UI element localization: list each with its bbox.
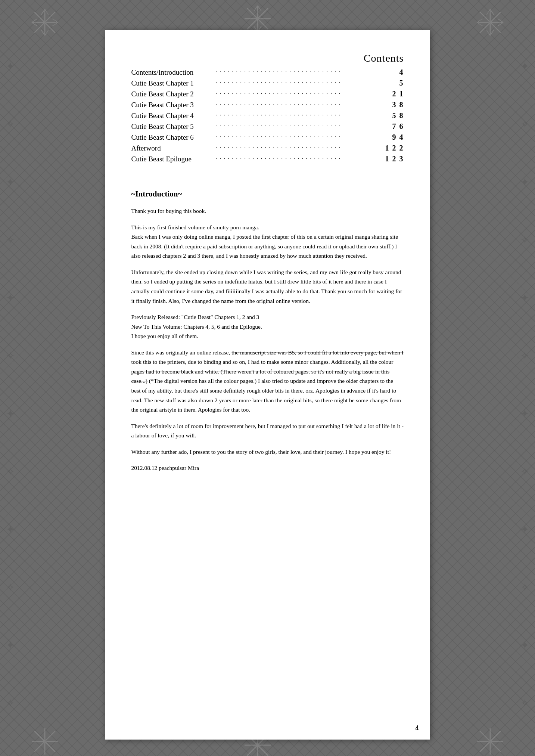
deco-symbol: ✦: [3, 175, 18, 190]
contents-section: Contents Contents/Introduction 4 Cutie B…: [131, 52, 404, 163]
toc-page-ch5: 7 6: [389, 122, 404, 131]
deco-symbol: ✧: [3, 464, 18, 479]
top-right-snowflake-icon: [475, 7, 505, 43]
toc-page-afterword: 1 2 2: [385, 144, 404, 152]
toc-dots: [216, 134, 387, 140]
deco-symbol: ✦: [517, 59, 532, 74]
toc-page-ch2: 2 1: [389, 90, 404, 98]
deco-symbol: ✦: [3, 522, 18, 537]
toc-dots: [216, 80, 387, 86]
toc-label-ch3: Cutie Beast Chapter 3: [131, 101, 214, 109]
toc-entry-ch3: Cutie Beast Chapter 3 3 8: [131, 100, 404, 109]
deco-symbol: ✦: [517, 638, 532, 653]
toc-dots: [216, 112, 387, 118]
deco-symbol: ✦: [517, 291, 532, 306]
toc-label-epilogue: Cutie Beast Epilogue: [131, 155, 214, 163]
deco-symbol: ✧: [3, 117, 18, 132]
deco-symbol: ✧: [3, 348, 18, 363]
introduction-section: ~Introduction~ Thank you for buying this…: [131, 182, 404, 473]
intro-signature: 2012.08.12 peachpulsar Mira: [131, 463, 404, 473]
toc-label-intro: Contents/Introduction: [131, 68, 214, 77]
toc-label-ch5: Cutie Beast Chapter 5: [131, 123, 214, 131]
top-left-snowflake-icon: [30, 7, 60, 43]
deco-symbol: ✦: [517, 522, 532, 537]
toc-entry-ch4: Cutie Beast Chapter 4 5 8: [131, 111, 404, 120]
intro-para-7: Without any further ado, I present to yo…: [131, 447, 404, 457]
right-border-decoration: ✦ ✧ ✦ ✧ ✦ ✧ ✦ ✧ ✦ ✧ ✦ ✧: [514, 0, 535, 756]
toc-entry-ch5: Cutie Beast Chapter 5 7 6: [131, 122, 404, 131]
intro-para-4: Previously Released: "Cutie Beast" Chapt…: [131, 312, 404, 341]
page-number: 4: [416, 724, 419, 732]
intro-para-2: This is my first finished volume of smut…: [131, 223, 404, 261]
toc-label-ch1: Cutie Beast Chapter 1: [131, 79, 214, 87]
toc-page-epilogue: 1 2 3: [385, 155, 404, 163]
introduction-title: ~Introduction~: [131, 189, 404, 199]
intro-para-1: Thank you for buying this book.: [131, 206, 404, 216]
toc-page-ch1: 5: [389, 79, 404, 87]
deco-symbol: ✧: [517, 117, 532, 132]
deco-symbol: ✧: [517, 464, 532, 479]
main-page: Contents Contents/Introduction 4 Cutie B…: [105, 30, 430, 740]
bottom-right-snowflake-icon: [475, 726, 505, 756]
left-border-decoration: ✦ ✧ ✦ ✧ ✦ ✧ ✦ ✧ ✦ ✧ ✦ ✧: [0, 0, 21, 756]
toc-dots: [216, 156, 383, 162]
deco-symbol: ✧: [517, 580, 532, 595]
deco-symbol: ✦: [3, 406, 18, 421]
deco-symbol: ✦: [3, 291, 18, 306]
toc-page-ch6: 9 4: [389, 133, 404, 142]
toc-entry-ch6: Cutie Beast Chapter 6 9 4: [131, 133, 404, 142]
toc-dots: [216, 145, 383, 151]
toc-label-ch2: Cutie Beast Chapter 2: [131, 90, 214, 98]
toc-entry-epilogue: Cutie Beast Epilogue 1 2 3: [131, 155, 404, 163]
intro-para-3: Unfortunately, the site ended up closing…: [131, 267, 404, 306]
toc-dots: [216, 91, 387, 97]
deco-symbol: ✦: [517, 406, 532, 421]
deco-symbol: ✧: [3, 233, 18, 248]
toc-entry-intro: Contents/Introduction 4: [131, 68, 404, 77]
deco-symbol: ✧: [3, 580, 18, 595]
deco-symbol: ✦: [517, 175, 532, 190]
toc-entry-afterword: Afterword 1 2 2: [131, 144, 404, 152]
toc-page-ch3: 3 8: [389, 100, 404, 109]
toc-dots: [216, 102, 387, 108]
intro-para-5: Since this was originally an online rele…: [131, 348, 404, 415]
bottom-left-snowflake-icon: [30, 726, 60, 756]
toc-label-afterword: Afterword: [131, 144, 214, 152]
toc-page-intro: 4: [389, 68, 404, 77]
toc-label-ch6: Cutie Beast Chapter 6: [131, 133, 214, 142]
toc-label-ch4: Cutie Beast Chapter 4: [131, 112, 214, 120]
deco-symbol: ✧: [3, 696, 18, 711]
deco-symbol: ✧: [517, 348, 532, 363]
toc-page-ch4: 5 8: [389, 111, 404, 120]
toc-entry-ch2: Cutie Beast Chapter 2 2 1: [131, 90, 404, 98]
toc-dots: [216, 123, 387, 129]
strikethrough-text: the manuscript size was B5, so I could f…: [131, 349, 404, 384]
deco-symbol: ✦: [3, 59, 18, 74]
toc-entry-ch1: Cutie Beast Chapter 1 5: [131, 79, 404, 87]
deco-symbol: ✧: [517, 696, 532, 711]
intro-para-6: There's definitely a lot of room for imp…: [131, 421, 404, 440]
contents-title: Contents: [131, 52, 404, 64]
toc-dots: [216, 69, 387, 75]
deco-symbol: ✦: [3, 638, 18, 653]
deco-symbol: ✧: [517, 233, 532, 248]
